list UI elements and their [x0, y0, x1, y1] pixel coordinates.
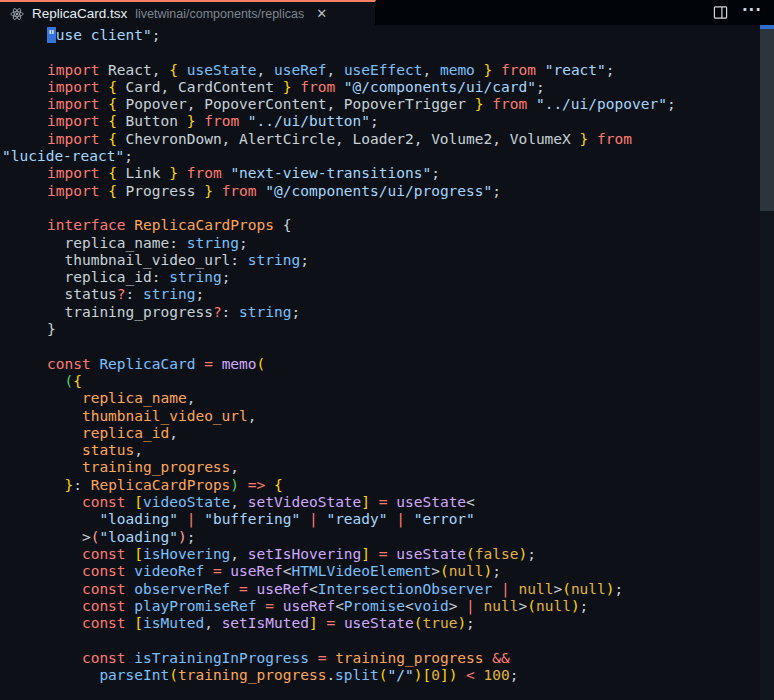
code-line: }: ReplicaCardProps) => { — [0, 477, 760, 494]
code-token: setIsMuted — [222, 615, 309, 631]
react-icon — [10, 7, 24, 21]
code-token: useRef — [283, 598, 335, 614]
code-token: ; — [222, 269, 231, 285]
code-token: from — [492, 96, 527, 112]
code-token: "../ui/button" — [248, 113, 370, 129]
code-token: const — [82, 650, 126, 666]
code-token: ReplicaCardProps — [134, 217, 274, 233]
code-token: replica_id — [82, 425, 169, 441]
code-token: from — [300, 79, 335, 95]
code-token: : — [126, 286, 143, 302]
code-token: useState — [344, 615, 414, 631]
code-token: < — [309, 581, 318, 597]
code-token: ( — [466, 546, 475, 562]
code-token: void — [414, 598, 449, 614]
code-token: ; — [291, 304, 300, 320]
code-token: { — [108, 79, 125, 95]
code-token: isTrainingInProgress — [134, 650, 309, 666]
code-line: import { Button } from "../ui/button"; — [0, 113, 760, 130]
code-token — [388, 494, 397, 510]
code-token — [47, 442, 82, 458]
code-token: ; — [370, 113, 379, 129]
code-token — [484, 650, 493, 666]
code-token: { — [108, 113, 125, 129]
code-token — [47, 408, 82, 424]
code-line: replica_id, — [0, 425, 760, 442]
scrollbar-thumb[interactable] — [760, 29, 774, 211]
code-token: [ — [422, 667, 431, 683]
code-token — [99, 165, 108, 181]
code-line: status?: string; — [0, 286, 760, 303]
code-token: setVideoState — [248, 494, 362, 510]
code-token — [492, 62, 501, 78]
code-line: thumbnail_video_url: string; — [0, 252, 760, 269]
code-line: import React, { useState, useRef, useEff… — [0, 62, 760, 79]
code-line: } — [0, 321, 760, 338]
code-token: , — [169, 425, 178, 441]
code-token: const — [82, 563, 126, 579]
code-token — [257, 183, 266, 199]
code-token: [ — [134, 494, 143, 510]
code-token — [466, 96, 475, 112]
code-token: = — [265, 598, 274, 614]
code-token: : — [73, 477, 90, 493]
code-token — [291, 79, 300, 95]
code-token: < — [335, 598, 344, 614]
code-token: "react" — [545, 62, 606, 78]
code-line: interface ReplicaCardProps { — [0, 217, 760, 234]
code-token: "@/components/ui/card" — [344, 79, 536, 95]
code-token: , — [134, 442, 143, 458]
code-token — [475, 667, 484, 683]
more-actions-icon[interactable]: ··· — [742, 3, 762, 22]
code-token: [ — [134, 615, 143, 631]
split-editor-icon[interactable] — [713, 5, 728, 20]
code-token: , — [326, 62, 343, 78]
code-token — [213, 183, 222, 199]
code-token: ; — [667, 96, 676, 112]
code-line: const videoRef = useRef<HTMLVideoElement… — [0, 563, 760, 580]
code-token — [257, 598, 266, 614]
code-token: replica_name — [82, 390, 187, 406]
code-token: , — [248, 408, 257, 424]
code-token: import — [47, 165, 99, 181]
code-token: null — [571, 581, 606, 597]
code-token: null — [536, 598, 571, 614]
code-token: > — [553, 581, 562, 597]
code-token — [239, 477, 248, 493]
code-token: useRef — [230, 563, 282, 579]
code-token: , — [422, 62, 439, 78]
code-token — [178, 511, 187, 527]
code-line: const [isMuted, setIsMuted] = useState(t… — [0, 615, 760, 632]
code-token: } — [204, 183, 213, 199]
code-token: = — [379, 546, 388, 562]
code-token: ( — [440, 563, 449, 579]
code-token — [47, 494, 82, 510]
code-token — [178, 165, 187, 181]
code-token: | — [396, 511, 405, 527]
code-token — [126, 581, 135, 597]
code-token: import — [47, 62, 99, 78]
code-token: ] — [361, 546, 370, 562]
code-token: ] — [440, 667, 449, 683]
code-token: ) — [484, 563, 493, 579]
tab-replicacard[interactable]: ReplicaCard.tsx livetwinai/components/re… — [0, 0, 376, 25]
code-token: > — [82, 529, 91, 545]
code-token: Button — [126, 113, 178, 129]
code-editor[interactable]: "use client"; import React, { useState, … — [0, 25, 760, 700]
code-token — [99, 183, 108, 199]
code-line — [0, 632, 760, 649]
code-token — [47, 373, 64, 389]
code-token: > — [518, 598, 527, 614]
code-line: training_progress?: string; — [0, 304, 760, 321]
code-token — [204, 563, 213, 579]
close-icon[interactable]: ✕ — [316, 7, 327, 20]
code-token: ; — [492, 183, 501, 199]
code-token: from — [222, 183, 257, 199]
code-token: : — [152, 269, 169, 285]
code-token: ) — [178, 529, 187, 545]
code-token: { — [108, 96, 125, 112]
code-token: const — [82, 598, 126, 614]
code-line: import { Progress } from "@/components/u… — [0, 183, 760, 200]
code-token — [47, 563, 82, 579]
code-token: ? — [213, 304, 222, 320]
